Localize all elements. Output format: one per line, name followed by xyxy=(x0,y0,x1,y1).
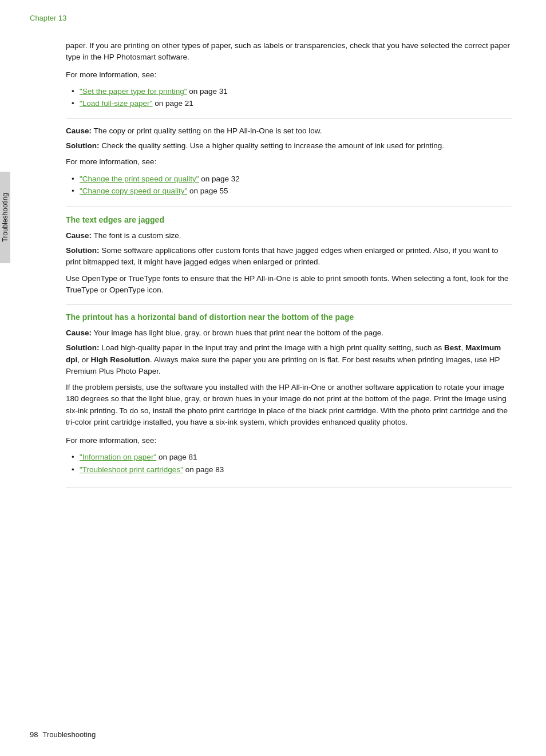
horizontal-para2: If the problem persists, use the softwar… xyxy=(66,382,512,428)
cause-label-horizontal: Cause: xyxy=(66,328,92,337)
list-item: "Change copy speed or quality" on page 5… xyxy=(72,185,512,197)
divider-2 xyxy=(66,207,512,207)
solution-text-jagged: Some software applications offer custom … xyxy=(66,246,498,266)
solution-line-jagged: Solution: Some software applications off… xyxy=(66,245,512,268)
cause-label-1: Cause: xyxy=(66,126,92,135)
divider-4 xyxy=(66,488,512,488)
cause-label-jagged: Cause: xyxy=(66,231,92,240)
solution-line-1: Solution: Check the quality setting. Use… xyxy=(66,140,512,152)
list-item: "Information on paper" on page 81 xyxy=(72,451,512,464)
section-horizontal-band: The printout has a horizontal band of di… xyxy=(66,312,512,476)
cause-line-jagged: Cause: The font is a custom size. xyxy=(66,230,512,242)
jagged-para2: Use OpenType or TrueType fonts to ensure… xyxy=(66,273,512,296)
link-load-full-size-paper[interactable]: "Load full-size paper" xyxy=(80,99,152,108)
divider-3 xyxy=(66,304,512,304)
solution-line-horizontal: Solution: Load high-quality paper in the… xyxy=(66,342,512,377)
for-more-label-3: For more information, see: xyxy=(66,435,512,446)
cause-solution-block-1: Cause: The copy or print quality setting… xyxy=(66,125,512,197)
section-jagged-heading: The text edges are jagged xyxy=(66,215,512,224)
cause-line-horizontal: Cause: Your image has light blue, gray, … xyxy=(66,327,512,339)
link-change-copy-speed[interactable]: "Change copy speed or quality" xyxy=(80,187,187,195)
solution-text-1: Check the quality setting. Use a higher … xyxy=(99,141,444,150)
cause-text-1: The copy or print quality setting on the… xyxy=(92,126,322,135)
solution-label-jagged: Solution: xyxy=(66,246,99,255)
intro-paragraph: paper. If you are printing on other type… xyxy=(66,40,512,64)
list-item: "Troubleshoot print cartridges" on page … xyxy=(72,464,512,476)
for-more-label-2: For more information, see: xyxy=(66,156,512,168)
high-res-label: High Resolution xyxy=(91,355,151,364)
chapter-label: Chapter 13 xyxy=(30,14,66,22)
main-content: paper. If you are printing on other type… xyxy=(66,0,512,488)
link-change-print-speed[interactable]: "Change the print speed or quality" xyxy=(80,175,199,183)
section-jagged-edges: The text edges are jagged Cause: The fon… xyxy=(66,215,512,296)
for-more-label-1: For more information, see: xyxy=(66,69,512,81)
horizontal-link-list: "Information on paper" on page 81 "Troub… xyxy=(72,451,512,476)
or-label: , or xyxy=(77,355,90,364)
list-item: "Set the paper type for printing" on pag… xyxy=(72,85,512,98)
sidebar-tab: Troubleshooting xyxy=(0,172,10,263)
list-item: "Load full-size paper" on page 21 xyxy=(72,97,512,110)
link-troubleshoot-print-cartridges[interactable]: "Troubleshoot print cartridges" xyxy=(80,465,183,474)
best-label: Best xyxy=(444,343,461,352)
comma1: , xyxy=(461,343,465,352)
link-information-on-paper[interactable]: "Information on paper" xyxy=(80,453,156,461)
solution-label-1: Solution: xyxy=(66,141,99,150)
footer: 98 Troubleshooting xyxy=(30,730,516,739)
list-item: "Change the print speed or quality" on p… xyxy=(72,173,512,185)
intro-link-list: "Set the paper type for printing" on pag… xyxy=(72,85,512,110)
cause-text-jagged: The font is a custom size. xyxy=(92,231,181,240)
solution-text-start: Load high-quality paper in the input tra… xyxy=(99,343,444,352)
cause-line-1: Cause: The copy or print quality setting… xyxy=(66,125,512,137)
link-set-paper-type[interactable]: "Set the paper type for printing" xyxy=(80,87,187,96)
footer-page-number: 98 xyxy=(30,730,38,739)
solution-label-horizontal: Solution: xyxy=(66,343,99,352)
divider-1 xyxy=(66,118,512,118)
footer-title: Troubleshooting xyxy=(42,730,96,739)
section-horizontal-heading: The printout has a horizontal band of di… xyxy=(66,312,512,322)
cause-link-list-1: "Change the print speed or quality" on p… xyxy=(72,173,512,197)
cause-text-horizontal: Your image has light blue, gray, or brow… xyxy=(92,328,383,337)
sidebar-tab-text: Troubleshooting xyxy=(1,193,9,242)
